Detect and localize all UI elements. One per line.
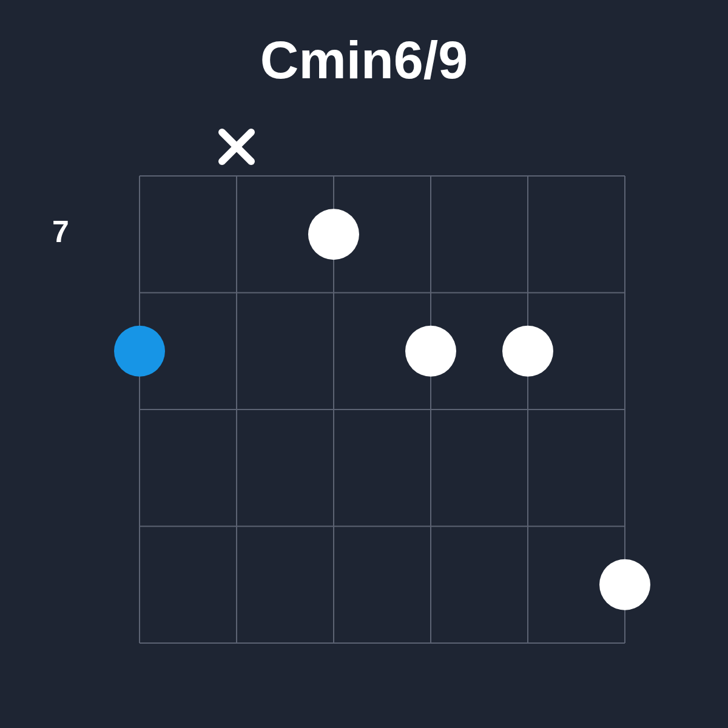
finger-dot: [308, 209, 359, 260]
finger-dot: [405, 326, 456, 377]
start-fret-label: 7: [52, 215, 69, 249]
chord-diagram-svg: 7: [0, 0, 728, 728]
finger-dot: [599, 559, 650, 610]
finger-dot: [502, 326, 553, 377]
chord-diagram-container: 7: [0, 0, 728, 728]
root-note-dot: [114, 326, 165, 377]
